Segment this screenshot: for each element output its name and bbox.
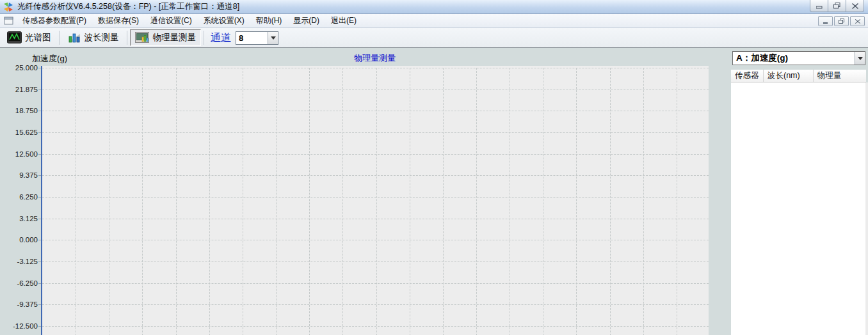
y-tick-mark xyxy=(38,261,41,262)
toolbar: 光谱图 波长测量 xyxy=(0,28,868,48)
y-tick-mark xyxy=(38,283,41,284)
y-tick-mark xyxy=(38,197,41,198)
sensor-side-panel: A：加速度(g) 传感器 波长(nm) 物理量 xyxy=(730,50,868,335)
title-bar: 光纤传感分析仪V6.4.5.258(设备：FP) - [正常工作窗口：通道8] xyxy=(0,0,868,14)
column-header-wavelength[interactable]: 波长(nm) xyxy=(764,70,814,82)
v-gridline xyxy=(209,68,210,335)
restore-icon xyxy=(839,19,844,24)
close-icon xyxy=(855,19,860,24)
spectrum-view-label: 光谱图 xyxy=(25,32,51,43)
v-gridline xyxy=(109,68,109,335)
y-tick-label: 9.375 xyxy=(0,171,38,180)
v-gridline xyxy=(543,68,543,335)
wavelength-measure-label: 波长测量 xyxy=(84,32,119,43)
column-header-physical-quantity[interactable]: 物理量 xyxy=(814,70,866,82)
y-tick-mark xyxy=(38,154,41,155)
v-gridline xyxy=(677,68,677,335)
y-tick-label: -3.125 xyxy=(0,257,38,266)
chart-region: 加速度(g) 物理量测量 25.00021.87518.75015.62512.… xyxy=(0,48,730,335)
wavelength-bars-icon xyxy=(67,31,81,44)
v-gridline xyxy=(176,68,177,335)
wavelength-measure-button[interactable]: 波长测量 xyxy=(62,29,124,46)
scrollbar-track xyxy=(865,82,868,335)
window-controls xyxy=(810,0,864,12)
v-gridline xyxy=(510,68,510,335)
y-tick-mark xyxy=(38,68,41,68)
v-gridline xyxy=(610,68,611,335)
y-tick-label: 21.875 xyxy=(0,85,38,94)
y-tick-label: 15.625 xyxy=(0,128,38,137)
v-gridline xyxy=(576,68,577,335)
v-gridline xyxy=(443,68,444,335)
plot-area xyxy=(41,66,709,335)
sensor-table-body[interactable] xyxy=(731,82,866,335)
y-tick-mark xyxy=(38,240,41,240)
close-button[interactable] xyxy=(846,0,864,12)
menu-sensor-config[interactable]: 传感器参数配置(P) xyxy=(17,14,92,27)
v-gridline xyxy=(142,68,143,335)
y-tick-label: 0.000 xyxy=(0,235,38,244)
mdi-minimize-button[interactable] xyxy=(818,16,833,26)
sensor-select-value: A：加速度(g) xyxy=(733,52,865,65)
close-icon xyxy=(852,3,858,9)
spectrum-view-button[interactable]: 光谱图 xyxy=(2,29,56,46)
y-tick-mark xyxy=(38,90,41,90)
y-tick-label: -6.250 xyxy=(0,279,38,288)
minimize-icon xyxy=(823,19,828,24)
v-gridline xyxy=(410,68,410,335)
app-window: 光纤传感分析仪V6.4.5.258(设备：FP) - [正常工作窗口：通道8] … xyxy=(0,0,868,335)
sensor-table-header: 传感器 波长(nm) 物理量 xyxy=(731,70,866,82)
menu-help[interactable]: 帮助(H) xyxy=(250,14,288,27)
y-tick-label: 12.500 xyxy=(0,150,38,159)
menu-system-settings[interactable]: 系统设置(X) xyxy=(198,14,250,27)
minimize-icon xyxy=(816,3,823,9)
channel-label[interactable]: 通道 xyxy=(211,31,231,45)
y-tick-mark xyxy=(38,326,41,327)
menu-bar: 传感器参数配置(P) 数据保存(S) 通信设置(C) 系统设置(X) 帮助(H)… xyxy=(0,14,868,28)
chevron-down-icon xyxy=(271,36,276,40)
physical-measure-label: 物理量测量 xyxy=(153,32,197,43)
y-tick-mark xyxy=(38,111,41,111)
y-tick-label: -9.375 xyxy=(0,300,38,309)
toolbar-separator xyxy=(127,31,127,45)
v-gridline xyxy=(276,68,277,335)
channel-select[interactable]: 8 xyxy=(236,31,278,45)
mdi-child-icon[interactable] xyxy=(4,17,14,26)
y-tick-mark xyxy=(38,219,41,219)
chart-title: 物理量测量 xyxy=(41,52,709,64)
toolbar-separator xyxy=(59,31,60,45)
v-gridline xyxy=(376,68,377,335)
y-tick-label: 3.125 xyxy=(0,214,38,223)
chevron-down-icon xyxy=(858,57,863,60)
v-gridline xyxy=(643,68,644,335)
restore-icon xyxy=(833,3,840,9)
y-tick-label: 25.000 xyxy=(0,63,38,72)
menu-data-save[interactable]: 数据保存(S) xyxy=(92,14,145,27)
column-header-sensor[interactable]: 传感器 xyxy=(731,70,764,82)
v-gridline xyxy=(476,68,477,335)
y-tick-label: 6.250 xyxy=(0,192,38,201)
window-title: 光纤传感分析仪V6.4.5.258(设备：FP) - [正常工作窗口：通道8] xyxy=(17,1,239,12)
mdi-window-controls xyxy=(817,16,865,26)
v-gridline xyxy=(76,68,76,335)
sensor-select[interactable]: A：加速度(g) xyxy=(732,51,865,65)
v-gridline xyxy=(309,68,310,335)
spectrum-screen-icon xyxy=(7,31,22,44)
channel-dropdown-button[interactable] xyxy=(268,32,278,44)
sensor-dropdown-button[interactable] xyxy=(855,52,865,65)
mdi-restore-button[interactable] xyxy=(834,16,849,26)
mdi-close-button[interactable] xyxy=(850,16,865,26)
toolbar-separator xyxy=(204,31,204,45)
y-tick-mark xyxy=(38,304,41,305)
menu-display[interactable]: 显示(D) xyxy=(287,14,325,27)
restore-button[interactable] xyxy=(828,0,846,12)
physical-measure-button[interactable]: 物理量测量 xyxy=(130,29,202,46)
physical-measure-icon xyxy=(135,31,150,44)
minimize-button[interactable] xyxy=(810,0,828,12)
menu-exit[interactable]: 退出(E) xyxy=(325,14,362,27)
v-gridline xyxy=(243,68,243,335)
menu-comm-settings[interactable]: 通信设置(C) xyxy=(145,14,198,27)
y-tick-label: -12.500 xyxy=(0,322,38,331)
v-gridline xyxy=(342,68,343,335)
y-tick-mark xyxy=(38,132,41,133)
